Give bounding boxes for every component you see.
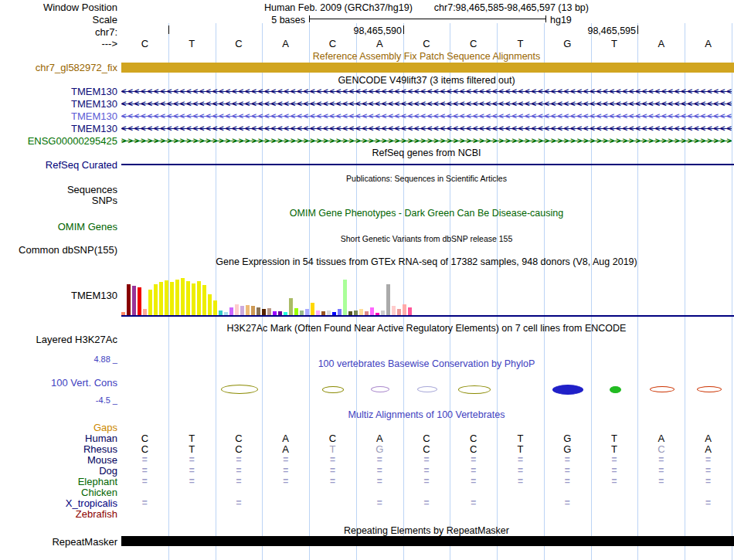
phylop-track-label[interactable]: 100 Vert. Cons bbox=[0, 378, 117, 388]
gtex-expression-bar[interactable] bbox=[408, 307, 412, 315]
gtex-expression-bar[interactable] bbox=[251, 306, 255, 315]
species-label[interactable]: Dog bbox=[0, 466, 117, 476]
multiz-species-row[interactable]: Elephant============= bbox=[0, 477, 734, 487]
alignment-base: A bbox=[282, 433, 289, 443]
gtex-expression-bar[interactable] bbox=[202, 285, 206, 315]
gtex-expression-bar[interactable] bbox=[235, 304, 239, 315]
gtex-expression-bar[interactable] bbox=[181, 278, 185, 315]
species-label[interactable]: Chicken bbox=[0, 487, 117, 497]
alignment-gap-mark: = bbox=[236, 466, 241, 476]
gtex-expression-bar[interactable] bbox=[267, 308, 271, 315]
fix-patch-label[interactable]: chr7_gl582972_fix bbox=[0, 63, 117, 73]
alignment-base: C bbox=[329, 433, 336, 443]
alignment-gap-mark: = bbox=[423, 498, 429, 508]
gtex-expression-bar[interactable] bbox=[359, 309, 363, 315]
strand-direction-label: ---> bbox=[0, 39, 117, 49]
alignment-base: T bbox=[189, 444, 195, 454]
gtex-expression-bar[interactable] bbox=[338, 309, 342, 315]
omim-genes-label[interactable]: OMIM Genes bbox=[0, 222, 117, 232]
gtex-expression-bar[interactable] bbox=[175, 280, 179, 315]
alignment-gap-mark: = bbox=[423, 455, 429, 465]
gene-transcript-row[interactable]: TMEM130<<<<<<<<<<<<<<<<<<<<<<<<<<<<<<<<<… bbox=[0, 87, 734, 97]
gtex-expression-bar[interactable] bbox=[246, 305, 250, 315]
multiz-track-header: Multiz Alignments of 100 Vertebrates bbox=[121, 410, 732, 420]
refseq-track-header: RefSeq genes from NCBI bbox=[121, 148, 732, 158]
gene-transcript-row[interactable]: TMEM130<<<<<<<<<<<<<<<<<<<<<<<<<<<<<<<<<… bbox=[0, 99, 734, 110]
gtex-expression-bar[interactable] bbox=[294, 308, 298, 315]
alignment-gap-mark: = bbox=[705, 466, 711, 476]
alignment-gap-mark: = bbox=[283, 455, 288, 465]
gene-label[interactable]: TMEM130 bbox=[0, 87, 117, 97]
alignment-base: A bbox=[376, 433, 383, 443]
gtex-expression-bar[interactable] bbox=[170, 282, 174, 315]
multiz-species-row[interactable]: HumanCTCACACCTGTAA bbox=[0, 433, 734, 443]
gene-transcript-row[interactable]: TMEM130<<<<<<<<<<<<<<<<<<<<<<<<<<<<<<<<<… bbox=[0, 111, 734, 122]
species-label[interactable]: X_tropicalis bbox=[0, 498, 117, 508]
alignment-gap-mark: = bbox=[377, 498, 382, 508]
gtex-expression-bar[interactable] bbox=[127, 284, 131, 315]
genome-build-label: hg19 bbox=[550, 15, 572, 25]
species-label[interactable]: Elephant bbox=[0, 477, 117, 487]
multiz-species-row[interactable]: RhesusCTCATGCCTGTCA bbox=[0, 444, 734, 454]
gtex-expression-bar[interactable] bbox=[403, 304, 406, 315]
h3k27ac-label[interactable]: Layered H3K27Ac bbox=[0, 334, 117, 344]
gtex-expression-bar[interactable] bbox=[343, 280, 347, 315]
gtex-expression-bar[interactable] bbox=[305, 309, 309, 315]
refseq-curated-line[interactable] bbox=[121, 164, 734, 165]
sequences-label[interactable]: Sequences bbox=[0, 185, 117, 195]
species-label[interactable]: Gaps bbox=[0, 423, 117, 433]
gtex-expression-bar[interactable] bbox=[159, 282, 163, 315]
gtex-expression-bar[interactable] bbox=[397, 309, 401, 315]
gtex-expression-bar[interactable] bbox=[240, 306, 244, 315]
gtex-expression-bar[interactable] bbox=[197, 281, 201, 315]
multiz-species-row[interactable]: Mouse============= bbox=[0, 455, 734, 465]
gtex-expression-bar[interactable] bbox=[138, 287, 141, 315]
gene-transcript-row[interactable]: TMEM130<<<<<<<<<<<<<<<<<<<<<<<<<<<<<<<<<… bbox=[0, 124, 734, 134]
multiz-species-row[interactable]: Dog============= bbox=[0, 466, 734, 476]
gtex-expression-bar[interactable] bbox=[186, 281, 190, 315]
gtex-expression-bar[interactable] bbox=[208, 294, 212, 315]
alignment-gap-mark: = bbox=[142, 466, 148, 476]
multiz-species-row[interactable]: X_tropicalis======= bbox=[0, 498, 734, 508]
gtex-expression-bar[interactable] bbox=[229, 307, 233, 315]
alignment-gap-mark: = bbox=[565, 477, 570, 487]
fix-patch-bar[interactable] bbox=[121, 63, 734, 73]
gtex-track-header: Gene Expression in 54 tissues from GTEx … bbox=[121, 257, 732, 267]
gtex-expression-bar[interactable] bbox=[370, 307, 374, 315]
gtex-expression-bar[interactable] bbox=[289, 298, 293, 315]
multiz-species-row[interactable]: Gaps bbox=[0, 423, 734, 433]
gtex-expression-bar[interactable] bbox=[262, 309, 266, 315]
snps-label[interactable]: SNPs bbox=[0, 195, 117, 205]
gtex-expression-bar[interactable] bbox=[213, 300, 217, 315]
gtex-expression-bar[interactable] bbox=[165, 280, 168, 315]
phylop-conservation-mark bbox=[650, 386, 675, 392]
gene-label[interactable]: TMEM130 bbox=[0, 99, 117, 109]
repeatmasker-bar[interactable] bbox=[121, 536, 734, 546]
gene-label[interactable]: ENSG00000295425 bbox=[0, 136, 117, 146]
gtex-expression-bar[interactable] bbox=[257, 307, 260, 315]
species-label[interactable]: Rhesus bbox=[0, 444, 117, 454]
gtex-expression-chart[interactable] bbox=[121, 275, 430, 315]
gtex-gene-label[interactable]: TMEM130 bbox=[0, 290, 117, 300]
multiz-species-row[interactable]: Zebrafish bbox=[0, 509, 734, 519]
omim-track-header: OMIM Gene Phenotypes - Dark Green Can Be… bbox=[121, 209, 732, 219]
refseq-curated-label[interactable]: RefSeq Curated bbox=[0, 160, 117, 170]
gtex-expression-bar[interactable] bbox=[143, 309, 147, 315]
gtex-expression-bar[interactable] bbox=[132, 286, 136, 315]
gtex-expression-bar[interactable] bbox=[392, 306, 396, 315]
gtex-expression-bar[interactable] bbox=[311, 303, 314, 315]
gene-transcript-row[interactable]: ENSG00000295425>>>>>>>>>>>>>>>>>>>>>>>>>… bbox=[0, 136, 734, 147]
gtex-expression-bar[interactable] bbox=[148, 290, 152, 315]
gene-label[interactable]: TMEM130 bbox=[0, 124, 117, 134]
multiz-species-row[interactable]: Chicken bbox=[0, 487, 734, 497]
alignment-base: G bbox=[563, 433, 571, 443]
repeatmasker-label[interactable]: RepeatMasker bbox=[0, 537, 117, 547]
species-label[interactable]: Zebrafish bbox=[0, 509, 117, 519]
gtex-expression-bar[interactable] bbox=[192, 283, 195, 315]
gtex-expression-bar[interactable] bbox=[154, 284, 158, 315]
gene-label[interactable]: TMEM130 bbox=[0, 111, 117, 121]
dbsnp-label[interactable]: Common dbSNP(155) bbox=[0, 245, 117, 255]
species-label[interactable]: Human bbox=[0, 433, 117, 443]
gtex-expression-bar[interactable] bbox=[386, 284, 390, 315]
species-label[interactable]: Mouse bbox=[0, 455, 117, 465]
